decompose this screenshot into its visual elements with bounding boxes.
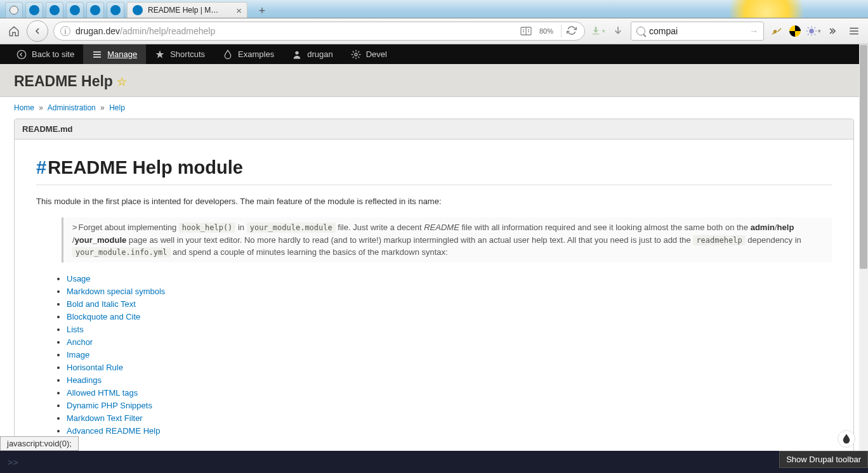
zoom-level[interactable]: 80% xyxy=(537,27,556,36)
browser-tab[interactable] xyxy=(66,2,84,18)
browser-tab[interactable] xyxy=(25,2,43,18)
toc-item: Usage xyxy=(67,274,832,283)
toc-item: Allowed HTML tags xyxy=(67,388,832,398)
star-icon xyxy=(155,49,165,60)
page-title: README Help ☆ xyxy=(14,73,127,90)
toolbar-label: Examples xyxy=(238,49,274,59)
toc-item: Blockquote and Cite xyxy=(67,312,832,321)
toc-item: Headings xyxy=(67,375,832,385)
toolbar-label: Manage xyxy=(107,49,137,59)
svg-point-1 xyxy=(809,29,814,34)
toolbar-shortcuts[interactable]: Shortcuts xyxy=(146,44,214,64)
toc-link[interactable]: Headings xyxy=(67,375,102,385)
toolbar-manage[interactable]: Manage xyxy=(83,44,146,64)
drupal-icon xyxy=(49,5,60,15)
toc-link[interactable]: Advanced README Help xyxy=(67,426,160,436)
go-icon[interactable]: → xyxy=(749,26,758,36)
toolbar-label: Back to site xyxy=(32,49,74,59)
status-bar: javascript:void(0); xyxy=(0,436,79,451)
url-text: drugan.dev/admin/help/readmehelp xyxy=(76,26,515,36)
drupal-icon xyxy=(90,5,100,15)
toc-link[interactable]: Allowed HTML tags xyxy=(67,388,138,398)
drupal-toolbar-toggle[interactable] xyxy=(838,430,855,448)
toolbar-examples[interactable]: Examples xyxy=(214,44,283,64)
drupal-admin-toolbar: Back to site Manage Shortcuts Examples d… xyxy=(0,44,868,64)
blockquote: >Forget about implementing hook_help() i… xyxy=(62,217,832,262)
toc-item: Anchor xyxy=(67,337,832,347)
toc-link[interactable]: Anchor xyxy=(67,337,93,347)
download-icon[interactable]: ▾ xyxy=(590,23,605,39)
scrollbar-thumb[interactable] xyxy=(860,45,867,269)
wrench-icon[interactable] xyxy=(769,23,784,39)
menu-icon[interactable] xyxy=(846,23,862,39)
toolbar-label: Devel xyxy=(366,49,387,59)
toolbar-label: Shortcuts xyxy=(170,49,205,59)
bottom-console-bar: >> xyxy=(0,451,868,457)
toc-item: Image xyxy=(67,350,832,360)
toc-link[interactable]: Usage xyxy=(67,274,91,283)
tooltip: Show Drupal toolbar xyxy=(779,451,868,457)
drupal-icon xyxy=(110,5,121,15)
browser-tab[interactable] xyxy=(46,2,63,18)
url-input[interactable]: i drugan.dev/admin/help/readmehelp 80% xyxy=(53,22,585,41)
bug-icon[interactable]: ▾ xyxy=(806,23,821,39)
divider xyxy=(36,185,832,185)
toc-link[interactable]: Markdown special symbols xyxy=(67,287,165,296)
new-tab-button[interactable]: + xyxy=(254,4,270,18)
search-icon xyxy=(636,27,645,36)
arrow-left-icon xyxy=(16,49,27,60)
content-tab-header: README.md xyxy=(15,119,853,139)
toc-link[interactable]: Image xyxy=(67,350,89,360)
toc-item: Dynamic PHP Snippets xyxy=(67,401,832,410)
hazard-icon[interactable] xyxy=(789,25,801,37)
breadcrumb: Home » Administration » Help xyxy=(0,97,868,119)
refresh-icon[interactable] xyxy=(567,25,578,37)
toc-link[interactable]: Horisontal Rule xyxy=(67,363,123,372)
table-of-contents: Usage Markdown special symbols Bold and … xyxy=(67,274,832,436)
breadcrumb-help[interactable]: Help xyxy=(109,103,125,112)
reader-mode-icon[interactable] xyxy=(520,27,532,36)
search-input[interactable]: compai → xyxy=(631,22,764,41)
toc-item: Bold and Italic Text xyxy=(67,299,832,309)
toolbar-back-to-site[interactable]: Back to site xyxy=(8,44,83,64)
intro-text: This module in the first place is intent… xyxy=(36,197,832,206)
toc-item: Advanced README Help xyxy=(67,426,832,436)
toc-item: Lists xyxy=(67,325,832,334)
toolbar-label: drugan xyxy=(307,49,332,59)
scrollbar[interactable] xyxy=(859,44,868,451)
svg-point-4 xyxy=(355,53,357,56)
toc-link[interactable]: Blockquote and Cite xyxy=(67,312,140,321)
browser-tab[interactable] xyxy=(86,2,104,18)
drupal-icon xyxy=(133,5,143,15)
overflow-icon[interactable] xyxy=(826,23,841,39)
download-arrow-icon[interactable] xyxy=(610,23,626,39)
close-icon[interactable]: × xyxy=(236,5,242,16)
page-header: README Help ☆ xyxy=(0,64,868,97)
drupal-icon xyxy=(70,5,80,15)
anchor-hash-icon[interactable]: # xyxy=(36,157,46,178)
browser-tab[interactable] xyxy=(5,2,23,18)
browser-toolbar: i drugan.dev/admin/help/readmehelp 80% ▾… xyxy=(0,18,868,44)
search-text: compai xyxy=(649,26,746,36)
gear-icon xyxy=(351,49,361,60)
home-icon[interactable] xyxy=(6,23,22,39)
toc-item: Markdown Text Filter xyxy=(67,413,832,423)
toc-link[interactable]: Bold and Italic Text xyxy=(67,299,136,309)
breadcrumb-home[interactable]: Home xyxy=(14,103,34,112)
toc-item: Horisontal Rule xyxy=(67,363,832,372)
breadcrumb-admin[interactable]: Administration xyxy=(48,103,96,112)
favorite-star-icon[interactable]: ☆ xyxy=(117,75,127,89)
toc-link[interactable]: Dynamic PHP Snippets xyxy=(67,401,152,410)
toolbar-user[interactable]: drugan xyxy=(283,44,341,64)
svg-point-2 xyxy=(17,50,25,58)
toc-link[interactable]: Markdown Text Filter xyxy=(67,413,143,423)
toc-link[interactable]: Lists xyxy=(67,325,84,334)
toolbar-devel[interactable]: Devel xyxy=(342,44,396,64)
browser-tab-active[interactable]: README Help | M… × xyxy=(127,2,247,18)
info-icon[interactable]: i xyxy=(60,26,70,36)
browser-tab-strip: README Help | M… × + xyxy=(0,0,868,18)
svg-point-3 xyxy=(296,51,299,54)
back-button[interactable] xyxy=(27,20,48,42)
browser-tab[interactable] xyxy=(107,2,124,18)
globe-icon xyxy=(10,6,18,15)
